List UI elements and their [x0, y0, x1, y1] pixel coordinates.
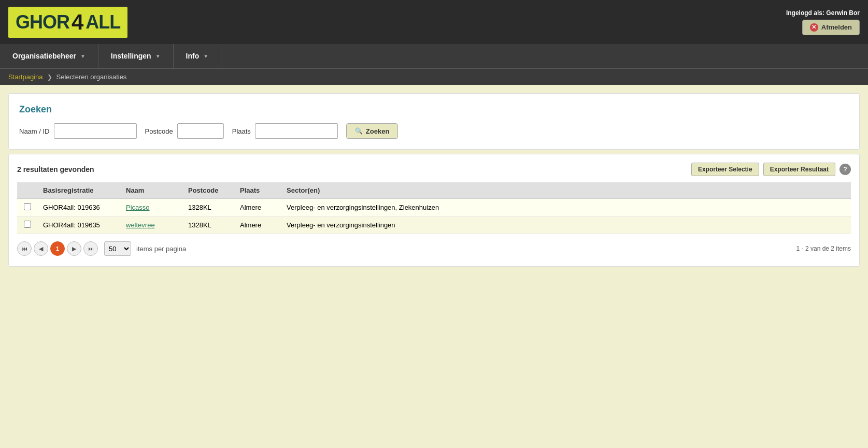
row-postcode: 1328KL: [183, 216, 235, 234]
help-button[interactable]: ?: [839, 164, 851, 175]
page-next-button[interactable]: ▶: [67, 241, 81, 256]
row-naam-link[interactable]: weltevree: [126, 221, 155, 229]
row-naam-link[interactable]: Picasso: [126, 204, 150, 211]
page-current-button[interactable]: 1: [50, 241, 65, 256]
chevron-down-icon: ▼: [155, 53, 161, 59]
search-icon: 🔍: [355, 127, 363, 135]
postcode-input[interactable]: [177, 123, 224, 139]
breadcrumb-separator: ❯: [47, 74, 52, 81]
main-content: Zoeken Naam / ID Postcode Plaats 🔍 Zoeke…: [0, 85, 868, 275]
table-row: GHOR4all: 019635 weltevree 1328KL Almere…: [17, 216, 851, 234]
per-page-label: items per pagina: [136, 245, 186, 253]
header-right: Ingelogd als: Gerwin Bor ✕ Afmelden: [786, 9, 860, 35]
nav-item-info[interactable]: Info ▼: [174, 44, 222, 68]
user-info: Ingelogd als: Gerwin Bor: [786, 9, 860, 17]
plaats-field-group: Plaats: [232, 123, 338, 139]
row-sectoren: Verpleeg- en verzorgingsinstellingen: [281, 216, 851, 234]
postcode-field-group: Postcode: [145, 123, 224, 139]
row-checkbox-cell: [17, 216, 38, 234]
row-checkbox[interactable]: [24, 203, 31, 210]
pagination: ⏮ ◀ 1 ▶ ⏭ 102550100 items per pagina 1 -…: [17, 239, 851, 258]
chevron-down-icon: ▼: [80, 53, 86, 59]
col-header-plaats: Plaats: [235, 182, 281, 199]
row-naam: Picasso: [121, 199, 183, 216]
logo-four: 4: [72, 10, 83, 35]
logo: GHOR 4 ALL: [8, 7, 127, 38]
results-actions: Exporteer Selectie Exporteer Resultaat ?: [691, 163, 851, 176]
table-row: GHOR4all: 019636 Picasso 1328KL Almere V…: [17, 199, 851, 216]
search-fields: Naam / ID Postcode Plaats 🔍 Zoeken: [19, 123, 849, 139]
logo-ghor: GHOR: [16, 11, 69, 33]
col-header-naam: Naam: [121, 182, 183, 199]
user-label: Ingelogd als:: [786, 9, 824, 17]
search-title: Zoeken: [19, 104, 849, 115]
nav-label-info: Info: [186, 52, 200, 60]
row-postcode: 1328KL: [183, 199, 235, 216]
nav-item-instellingen[interactable]: Instellingen ▼: [98, 44, 174, 68]
naam-label: Naam / ID: [19, 127, 50, 135]
zoeken-label: Zoeken: [366, 127, 390, 135]
row-checkbox-cell: [17, 199, 38, 216]
naam-field-group: Naam / ID: [19, 123, 137, 139]
breadcrumb-current: Selecteren organisaties: [56, 73, 127, 81]
row-plaats: Almere: [235, 199, 281, 216]
chevron-down-icon: ▼: [203, 53, 208, 59]
zoeken-button[interactable]: 🔍 Zoeken: [346, 123, 399, 139]
row-basisregistratie: GHOR4all: 019635: [38, 216, 121, 234]
row-basisregistratie: GHOR4all: 019636: [38, 199, 121, 216]
breadcrumb-home-link[interactable]: Startpagina: [8, 73, 43, 81]
col-header-basisregistratie: Basisregistratie: [38, 182, 121, 199]
row-naam: weltevree: [121, 216, 183, 234]
breadcrumb: Startpagina ❯ Selecteren organisaties: [0, 69, 868, 85]
page-prev-button[interactable]: ◀: [34, 241, 48, 256]
page-last-button[interactable]: ⏭: [83, 241, 98, 256]
row-plaats: Almere: [235, 216, 281, 234]
per-page-select[interactable]: 102550100: [104, 241, 131, 256]
main-nav: Organisatiebeheer ▼ Instellingen ▼ Info …: [0, 44, 868, 69]
logo-all: ALL: [86, 11, 120, 33]
plaats-label: Plaats: [232, 127, 251, 135]
afmelden-icon: ✕: [810, 23, 818, 32]
nav-label-organisatiebeheer: Organisatiebeheer: [12, 52, 76, 60]
table-header-row: Basisregistratie Naam Postcode Plaats Se…: [17, 182, 851, 199]
postcode-label: Postcode: [145, 127, 173, 135]
afmelden-button[interactable]: ✕ Afmelden: [802, 20, 860, 35]
plaats-input[interactable]: [255, 123, 338, 139]
page-first-button[interactable]: ⏮: [17, 241, 32, 256]
header: GHOR 4 ALL Ingelogd als: Gerwin Bor ✕ Af…: [0, 0, 868, 44]
search-panel: Zoeken Naam / ID Postcode Plaats 🔍 Zoeke…: [8, 93, 860, 150]
row-checkbox[interactable]: [24, 221, 31, 228]
afmelden-label: Afmelden: [821, 23, 852, 31]
nav-label-instellingen: Instellingen: [111, 52, 151, 60]
col-header-check: [17, 182, 38, 199]
pagination-left: ⏮ ◀ 1 ▶ ⏭ 102550100 items per pagina: [17, 241, 186, 256]
results-header: 2 resultaten gevonden Exporteer Selectie…: [17, 163, 851, 176]
username: Gerwin Bor: [826, 9, 860, 17]
row-sectoren: Verpleeg- en verzorgingsinstellingen, Zi…: [281, 199, 851, 216]
export-resultaat-button[interactable]: Exporteer Resultaat: [763, 163, 835, 176]
col-header-sectoren: Sector(en): [281, 182, 851, 199]
export-selectie-button[interactable]: Exporteer Selectie: [691, 163, 759, 176]
col-header-postcode: Postcode: [183, 182, 235, 199]
nav-item-organisatiebeheer[interactable]: Organisatiebeheer ▼: [0, 44, 98, 68]
results-panel: 2 resultaten gevonden Exporteer Selectie…: [8, 154, 860, 267]
results-table: Basisregistratie Naam Postcode Plaats Se…: [17, 182, 851, 234]
results-count: 2 resultaten gevonden: [17, 165, 94, 174]
pagination-range: 1 - 2 van de 2 items: [796, 245, 851, 252]
naam-input[interactable]: [54, 123, 137, 139]
